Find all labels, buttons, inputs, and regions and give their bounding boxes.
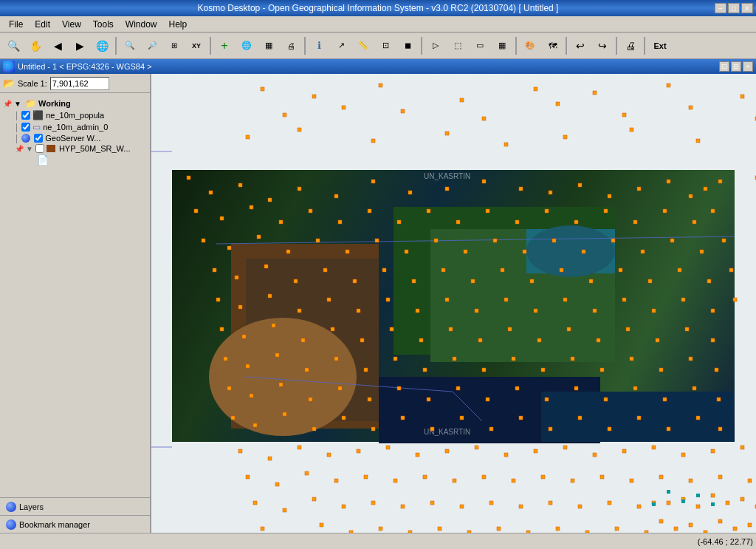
select2-button[interactable]: ▷ bbox=[425, 35, 446, 56]
pan-button[interactable]: ✋ bbox=[25, 35, 46, 56]
menu-edit[interactable]: Edit bbox=[29, 18, 56, 31]
zoom-out-button[interactable]: 🔎 bbox=[142, 35, 162, 56]
raster-icon bbox=[47, 145, 55, 152]
measure-button[interactable]: 📏 bbox=[353, 35, 374, 56]
map-view[interactable] bbox=[151, 74, 756, 533]
layer-item-admin[interactable]: │ ▭ ne_10m_admin_0 bbox=[1, 121, 148, 133]
map-window-controls: ⊡ ⊟ × bbox=[719, 61, 753, 72]
map-title-bar: 🌐 Untitled - 1 < EPSG:4326 - WGS84 > ⊡ ⊟… bbox=[0, 59, 756, 74]
open-folder-icon[interactable]: 📂 bbox=[3, 78, 15, 89]
xy-button[interactable]: XY bbox=[186, 35, 207, 56]
sep1 bbox=[115, 37, 117, 55]
wms-button[interactable]: 🌐 bbox=[236, 35, 257, 56]
zoom-rect-button[interactable]: 🔍 bbox=[120, 35, 140, 56]
map-globe-icon: 🌐 bbox=[3, 61, 15, 72]
layer3-name: GeoServer W... bbox=[45, 134, 100, 143]
add-layer-button[interactable]: + bbox=[214, 35, 235, 56]
scale-input[interactable] bbox=[50, 77, 109, 90]
full-extent-button[interactable]: ⊞ bbox=[164, 35, 185, 56]
select-button[interactable]: ↗ bbox=[331, 35, 351, 56]
layer1-checkbox[interactable] bbox=[21, 111, 30, 120]
map-window-title: Untitled - 1 < EPSG:4326 - WGS84 > bbox=[18, 62, 152, 71]
edit-button[interactable]: ▭ bbox=[470, 35, 490, 56]
toolbar: 🔍 ✋ ◀ ▶ 🌐 🔍 🔎 ⊞ XY + 🌐 ▦ 🖨 ℹ ↗ 📏 ⊡ ◼ ▷ ⬚… bbox=[0, 33, 756, 59]
snap-button[interactable]: ⊡ bbox=[375, 35, 396, 56]
style-button[interactable]: 🎨 bbox=[520, 35, 540, 56]
layer-panel-bottom: Layers Bookmark manager bbox=[0, 497, 150, 533]
globe-button[interactable]: 🌐 bbox=[92, 35, 112, 56]
layer-item-geoserver[interactable]: │ GeoServer W... bbox=[7, 133, 148, 143]
ext-button[interactable]: Ext bbox=[648, 35, 672, 56]
layer3-checkbox[interactable] bbox=[34, 134, 43, 143]
layer-item-raster[interactable]: 📌 ▼ HYP_50M_SR_W... bbox=[1, 143, 148, 154]
layer-tree: 📌 ▼ 📁 Working │ ⬛ ne_10m_popula │ bbox=[0, 93, 150, 497]
menu-window[interactable]: Window bbox=[120, 18, 163, 31]
group-label: Working bbox=[38, 99, 71, 108]
layer-group-header[interactable]: 📌 ▼ 📁 Working bbox=[1, 98, 148, 109]
folder-icon: 📁 bbox=[25, 98, 36, 109]
undo-button[interactable]: ↩ bbox=[570, 35, 591, 56]
window-controls: − □ × bbox=[715, 3, 753, 13]
bookmark-tab-label: Bookmark manager bbox=[19, 520, 90, 529]
layers-globe-icon bbox=[6, 502, 16, 512]
status-bar: (-64.46 ; 22.77) bbox=[0, 533, 756, 549]
menu-file[interactable]: File bbox=[3, 18, 29, 31]
main-content: 📂 Scale 1: 📌 ▼ 📁 Working │ bbox=[0, 74, 756, 533]
pin-icon: 📌 bbox=[3, 100, 12, 108]
forward-button[interactable]: ▶ bbox=[69, 35, 90, 56]
map-minimize-button[interactable]: ⊟ bbox=[731, 61, 741, 72]
menu-help[interactable]: Help bbox=[163, 18, 193, 31]
layer2-checkbox[interactable] bbox=[21, 123, 30, 132]
sep3 bbox=[304, 37, 306, 55]
layer2-icon: ▭ bbox=[32, 122, 41, 132]
layer-geoserver-group: │ GeoServer W... bbox=[1, 133, 148, 143]
maximize-button[interactable]: □ bbox=[728, 3, 740, 13]
select3-button[interactable]: ⬚ bbox=[447, 35, 468, 56]
zoom-in-button[interactable]: 🔍 bbox=[3, 35, 24, 56]
raster-button[interactable]: 🗺 bbox=[542, 35, 563, 56]
close-button[interactable]: × bbox=[741, 3, 753, 13]
info-button[interactable]: ℹ bbox=[309, 35, 329, 56]
layer-group-working: 📌 ▼ 📁 Working │ ⬛ ne_10m_popula │ bbox=[1, 96, 148, 167]
map-canvas[interactable] bbox=[151, 74, 756, 533]
layer4-checkbox[interactable] bbox=[35, 144, 44, 153]
back-button[interactable]: ◀ bbox=[47, 35, 68, 56]
layer2-name: ne_10m_admin_0 bbox=[43, 123, 108, 132]
print-preview-button[interactable]: 🖨 bbox=[281, 35, 301, 56]
sep7 bbox=[616, 37, 617, 55]
raster-sub-item: 📄 bbox=[1, 154, 148, 166]
sep8 bbox=[644, 37, 645, 55]
menu-tools[interactable]: Tools bbox=[87, 18, 120, 31]
layer1-name: ne_10m_popula bbox=[46, 111, 104, 120]
raster-sub-icon: 📄 bbox=[37, 154, 49, 166]
minimize-button[interactable]: − bbox=[715, 3, 726, 13]
layer2-pin-icon: │ bbox=[15, 123, 19, 132]
map-restore-button[interactable]: ⊡ bbox=[719, 61, 729, 72]
expand-icon[interactable]: ▼ bbox=[14, 100, 23, 108]
sep4 bbox=[421, 37, 422, 55]
wfs-button[interactable]: ▦ bbox=[258, 35, 279, 56]
title-bar: Kosmo Desktop - Open Geographical Inform… bbox=[0, 0, 756, 16]
layer4-name: HYP_50M_SR_W... bbox=[59, 144, 131, 153]
map-close-button[interactable]: × bbox=[743, 61, 753, 72]
left-panel: 📂 Scale 1: 📌 ▼ 📁 Working │ bbox=[0, 74, 151, 533]
3d-button[interactable]: ◼ bbox=[397, 35, 418, 56]
sep6 bbox=[566, 37, 567, 55]
sep2 bbox=[210, 37, 211, 55]
layers-tab[interactable]: Layers bbox=[0, 497, 150, 515]
redo-button[interactable]: ↪ bbox=[592, 35, 613, 56]
layer3-pin-icon: │ bbox=[15, 134, 19, 143]
scale-label: Scale 1: bbox=[18, 79, 47, 88]
map-window: 🌐 Untitled - 1 < EPSG:4326 - WGS84 > ⊡ ⊟… bbox=[0, 59, 756, 533]
bookmark-tab[interactable]: Bookmark manager bbox=[0, 515, 150, 533]
geoserver-globe-icon bbox=[21, 134, 30, 143]
menu-view[interactable]: View bbox=[56, 18, 87, 31]
bookmark-globe-icon bbox=[6, 519, 16, 530]
table-button[interactable]: ▦ bbox=[492, 35, 512, 56]
layer4-expand-icon: ▼ bbox=[26, 145, 33, 153]
layers-tab-label: Layers bbox=[19, 502, 44, 511]
print-button[interactable]: 🖨 bbox=[620, 35, 641, 56]
app-title: Kosmo Desktop - Open Geographical Inform… bbox=[198, 3, 559, 13]
layer-item-population[interactable]: │ ⬛ ne_10m_popula bbox=[1, 109, 148, 121]
coordinates-display: (-64.46 ; 22.77) bbox=[698, 537, 753, 546]
